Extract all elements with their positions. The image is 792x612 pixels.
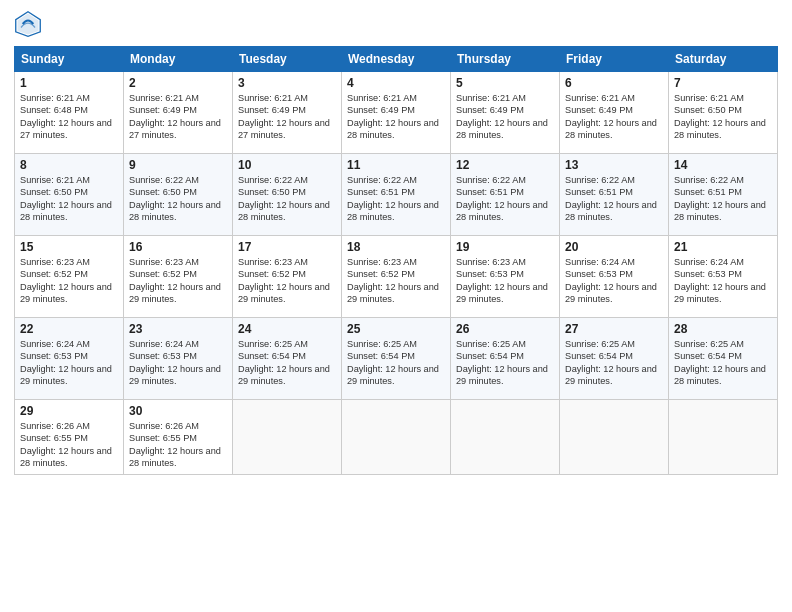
day-number: 1 [20,76,118,90]
day-number: 27 [565,322,663,336]
calendar-cell: 28Sunrise: 6:25 AMSunset: 6:54 PMDayligh… [669,318,778,400]
day-number: 4 [347,76,445,90]
calendar-cell: 19Sunrise: 6:23 AMSunset: 6:53 PMDayligh… [451,236,560,318]
cell-info: Sunrise: 6:24 AMSunset: 6:53 PMDaylight:… [565,257,657,304]
calendar-cell: 4Sunrise: 6:21 AMSunset: 6:49 PMDaylight… [342,72,451,154]
cell-info: Sunrise: 6:25 AMSunset: 6:54 PMDaylight:… [238,339,330,386]
header [14,10,778,38]
calendar-cell: 11Sunrise: 6:22 AMSunset: 6:51 PMDayligh… [342,154,451,236]
calendar-cell: 8Sunrise: 6:21 AMSunset: 6:50 PMDaylight… [15,154,124,236]
calendar-cell: 12Sunrise: 6:22 AMSunset: 6:51 PMDayligh… [451,154,560,236]
cell-info: Sunrise: 6:21 AMSunset: 6:50 PMDaylight:… [20,175,112,222]
cell-info: Sunrise: 6:21 AMSunset: 6:50 PMDaylight:… [674,93,766,140]
cell-info: Sunrise: 6:21 AMSunset: 6:49 PMDaylight:… [456,93,548,140]
cell-info: Sunrise: 6:21 AMSunset: 6:49 PMDaylight:… [347,93,439,140]
calendar-cell: 24Sunrise: 6:25 AMSunset: 6:54 PMDayligh… [233,318,342,400]
day-number: 24 [238,322,336,336]
day-number: 28 [674,322,772,336]
day-number: 22 [20,322,118,336]
day-number: 2 [129,76,227,90]
day-number: 20 [565,240,663,254]
day-number: 16 [129,240,227,254]
cell-info: Sunrise: 6:23 AMSunset: 6:53 PMDaylight:… [456,257,548,304]
calendar-cell: 3Sunrise: 6:21 AMSunset: 6:49 PMDaylight… [233,72,342,154]
cell-info: Sunrise: 6:23 AMSunset: 6:52 PMDaylight:… [238,257,330,304]
calendar-cell: 23Sunrise: 6:24 AMSunset: 6:53 PMDayligh… [124,318,233,400]
calendar-cell: 5Sunrise: 6:21 AMSunset: 6:49 PMDaylight… [451,72,560,154]
day-number: 29 [20,404,118,418]
calendar-cell: 14Sunrise: 6:22 AMSunset: 6:51 PMDayligh… [669,154,778,236]
calendar-cell: 1Sunrise: 6:21 AMSunset: 6:48 PMDaylight… [15,72,124,154]
calendar-cell: 29Sunrise: 6:26 AMSunset: 6:55 PMDayligh… [15,400,124,475]
cell-info: Sunrise: 6:22 AMSunset: 6:50 PMDaylight:… [238,175,330,222]
day-number: 11 [347,158,445,172]
cell-info: Sunrise: 6:26 AMSunset: 6:55 PMDaylight:… [129,421,221,468]
calendar-cell: 7Sunrise: 6:21 AMSunset: 6:50 PMDaylight… [669,72,778,154]
calendar-header-row: SundayMondayTuesdayWednesdayThursdayFrid… [15,47,778,72]
calendar-cell [669,400,778,475]
day-number: 18 [347,240,445,254]
calendar-cell: 9Sunrise: 6:22 AMSunset: 6:50 PMDaylight… [124,154,233,236]
calendar-header-monday: Monday [124,47,233,72]
day-number: 30 [129,404,227,418]
calendar-cell: 22Sunrise: 6:24 AMSunset: 6:53 PMDayligh… [15,318,124,400]
calendar-cell: 30Sunrise: 6:26 AMSunset: 6:55 PMDayligh… [124,400,233,475]
cell-info: Sunrise: 6:23 AMSunset: 6:52 PMDaylight:… [20,257,112,304]
calendar-cell: 27Sunrise: 6:25 AMSunset: 6:54 PMDayligh… [560,318,669,400]
cell-info: Sunrise: 6:22 AMSunset: 6:51 PMDaylight:… [565,175,657,222]
calendar-cell [233,400,342,475]
cell-info: Sunrise: 6:24 AMSunset: 6:53 PMDaylight:… [674,257,766,304]
calendar-header-wednesday: Wednesday [342,47,451,72]
logo [14,10,46,38]
calendar-header-sunday: Sunday [15,47,124,72]
calendar-cell: 25Sunrise: 6:25 AMSunset: 6:54 PMDayligh… [342,318,451,400]
calendar-header-friday: Friday [560,47,669,72]
cell-info: Sunrise: 6:25 AMSunset: 6:54 PMDaylight:… [674,339,766,386]
cell-info: Sunrise: 6:25 AMSunset: 6:54 PMDaylight:… [347,339,439,386]
calendar-header-saturday: Saturday [669,47,778,72]
calendar-cell [451,400,560,475]
cell-info: Sunrise: 6:23 AMSunset: 6:52 PMDaylight:… [347,257,439,304]
day-number: 26 [456,322,554,336]
cell-info: Sunrise: 6:24 AMSunset: 6:53 PMDaylight:… [129,339,221,386]
calendar-cell: 6Sunrise: 6:21 AMSunset: 6:49 PMDaylight… [560,72,669,154]
calendar-cell: 10Sunrise: 6:22 AMSunset: 6:50 PMDayligh… [233,154,342,236]
day-number: 7 [674,76,772,90]
day-number: 6 [565,76,663,90]
day-number: 23 [129,322,227,336]
day-number: 14 [674,158,772,172]
cell-info: Sunrise: 6:22 AMSunset: 6:51 PMDaylight:… [347,175,439,222]
cell-info: Sunrise: 6:26 AMSunset: 6:55 PMDaylight:… [20,421,112,468]
day-number: 15 [20,240,118,254]
calendar-cell: 17Sunrise: 6:23 AMSunset: 6:52 PMDayligh… [233,236,342,318]
cell-info: Sunrise: 6:24 AMSunset: 6:53 PMDaylight:… [20,339,112,386]
cell-info: Sunrise: 6:21 AMSunset: 6:48 PMDaylight:… [20,93,112,140]
cell-info: Sunrise: 6:21 AMSunset: 6:49 PMDaylight:… [238,93,330,140]
calendar-header-tuesday: Tuesday [233,47,342,72]
cell-info: Sunrise: 6:21 AMSunset: 6:49 PMDaylight:… [565,93,657,140]
page: SundayMondayTuesdayWednesdayThursdayFrid… [0,0,792,612]
calendar-cell: 2Sunrise: 6:21 AMSunset: 6:49 PMDaylight… [124,72,233,154]
day-number: 21 [674,240,772,254]
calendar-cell: 20Sunrise: 6:24 AMSunset: 6:53 PMDayligh… [560,236,669,318]
cell-info: Sunrise: 6:25 AMSunset: 6:54 PMDaylight:… [565,339,657,386]
calendar-cell: 15Sunrise: 6:23 AMSunset: 6:52 PMDayligh… [15,236,124,318]
calendar-cell: 26Sunrise: 6:25 AMSunset: 6:54 PMDayligh… [451,318,560,400]
calendar-cell: 21Sunrise: 6:24 AMSunset: 6:53 PMDayligh… [669,236,778,318]
day-number: 5 [456,76,554,90]
cell-info: Sunrise: 6:22 AMSunset: 6:51 PMDaylight:… [674,175,766,222]
day-number: 10 [238,158,336,172]
cell-info: Sunrise: 6:25 AMSunset: 6:54 PMDaylight:… [456,339,548,386]
cell-info: Sunrise: 6:21 AMSunset: 6:49 PMDaylight:… [129,93,221,140]
calendar-header-thursday: Thursday [451,47,560,72]
calendar-cell: 13Sunrise: 6:22 AMSunset: 6:51 PMDayligh… [560,154,669,236]
cell-info: Sunrise: 6:22 AMSunset: 6:51 PMDaylight:… [456,175,548,222]
day-number: 8 [20,158,118,172]
day-number: 13 [565,158,663,172]
day-number: 19 [456,240,554,254]
day-number: 9 [129,158,227,172]
calendar-cell: 16Sunrise: 6:23 AMSunset: 6:52 PMDayligh… [124,236,233,318]
calendar-cell [342,400,451,475]
calendar-table: SundayMondayTuesdayWednesdayThursdayFrid… [14,46,778,475]
day-number: 3 [238,76,336,90]
